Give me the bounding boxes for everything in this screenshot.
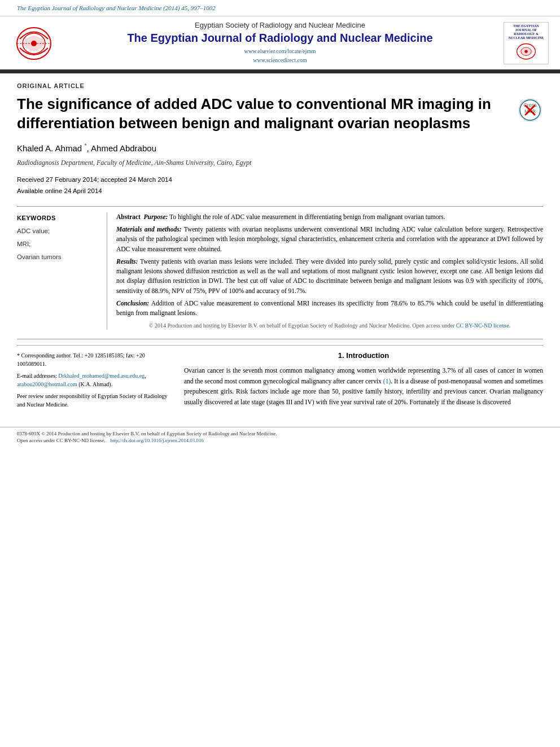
crossmark-badge[interactable]: Cross Mark xyxy=(518,98,543,123)
email2-link[interactable]: arabou2000@hotmail.com xyxy=(17,381,77,387)
journal-urls: www.elsevier.com/locate/ejrnm www.scienc… xyxy=(62,47,498,65)
results-label: Results: xyxy=(116,258,138,265)
journal-header: Egyptian Society of Radiology and Nuclea… xyxy=(0,16,560,71)
intro-paragraph: Ovarian cancer is the seventh most commo… xyxy=(184,365,543,407)
journal-logo-left xyxy=(11,22,56,64)
abstract-text: Abstract Purpose: To highlight the role … xyxy=(116,212,543,318)
keywords-list: ADC value; MRI; Ovarian tumors xyxy=(17,225,100,264)
email-label: E-mail addresses: xyxy=(17,373,57,379)
received-date: Received 27 February 2014; accepted 24 M… xyxy=(17,176,172,183)
footer-issn: 0378-603X © 2014 Production and hosting … xyxy=(17,431,543,436)
keyword-2: MRI; xyxy=(17,238,100,251)
svg-point-5 xyxy=(524,50,527,53)
affiliation: Radiodiagnosis Department, Faculty of Me… xyxy=(17,159,543,167)
conclusion-text: Addition of ADC value measurement to con… xyxy=(116,300,543,316)
corresponding-text: * Corresponding author. Tel.: +20 128518… xyxy=(17,352,145,367)
abstract-column: Abstract Purpose: To highlight the role … xyxy=(107,212,543,330)
logo-right-title: THE EGYPTIAN JOURNAL OF RADIOLOGY & NUCL… xyxy=(506,24,546,41)
article-dates: Received 27 February 2014; accepted 24 M… xyxy=(17,174,543,197)
abstract-divider-top xyxy=(17,206,543,207)
footnote-corresponding: * Corresponding author. Tel.: +20 128518… xyxy=(17,351,168,368)
keywords-abstract-section: KEYWORDS ADC value; MRI; Ovarian tumors … xyxy=(17,212,543,330)
ref-1-link[interactable]: (1) xyxy=(383,378,391,385)
keywords-column: KEYWORDS ADC value; MRI; Ovarian tumors xyxy=(17,212,107,330)
society-name: Egyptian Society of Radiology and Nuclea… xyxy=(62,21,498,29)
journal-title-center: Egyptian Society of Radiology and Nuclea… xyxy=(62,21,498,65)
footnote-email: E-mail addresses: Drkhaled_mohamed@med.a… xyxy=(17,372,168,388)
article-title-row: The significance of added ADC value to c… xyxy=(17,95,543,133)
abstract-divider-bottom xyxy=(17,339,543,339)
intro-title: Introduction xyxy=(346,351,389,360)
top-link-bar: The Egyptian Journal of Radiology and Nu… xyxy=(0,0,560,16)
journal-logo-right: THE EGYPTIAN JOURNAL OF RADIOLOGY & NUCL… xyxy=(504,22,549,64)
footer-license: Open access under CC BY-NC-ND license. xyxy=(17,438,105,443)
intro-section-title: 1. Introduction xyxy=(184,351,543,360)
sciencedirect-url[interactable]: www.sciencedirect.com xyxy=(253,57,307,63)
email1-link[interactable]: Drkhaled_mohamed@med.asu.edu.eg xyxy=(58,373,145,379)
email-suffix: (K.A. Ahmad). xyxy=(78,381,112,387)
purpose-text: To highlight the role of ADC value measu… xyxy=(169,213,445,220)
abstract-license: © 2014 Production and hosting by Elsevie… xyxy=(116,321,543,330)
page-footer: 0378-603X © 2014 Production and hosting … xyxy=(0,427,560,447)
right-body: 1. Introduction Ovarian cancer is the se… xyxy=(175,345,543,412)
abstract-title: Abstract xyxy=(116,213,141,220)
methods-label: Materials and methods: xyxy=(116,226,182,233)
purpose-label: Purpose: xyxy=(144,213,168,220)
intro-text: Ovarian cancer is the seventh most commo… xyxy=(184,367,543,405)
article-type: ORIGINAL ARTICLE xyxy=(17,82,543,89)
footer-license-doi: Open access under CC BY-NC-ND license. h… xyxy=(17,438,543,443)
license-text: © 2014 Production and hosting by Elsevie… xyxy=(149,322,454,329)
journal-main-title: The Egyptian Journal of Radiology and Nu… xyxy=(62,32,498,45)
intro-number: 1. xyxy=(338,351,344,360)
journal-citation-link[interactable]: The Egyptian Journal of Radiology and Nu… xyxy=(17,5,216,11)
article-content: ORIGINAL ARTICLE The significance of add… xyxy=(0,73,560,421)
conclusion-label: Conclusion: xyxy=(116,300,149,307)
main-content: * Corresponding author. Tel.: +20 128518… xyxy=(17,345,543,412)
available-date: Available online 24 April 2014 xyxy=(17,187,102,194)
footnote-peer-review: Peer review under responsibility of Egyp… xyxy=(17,392,168,409)
article-title: The significance of added ADC value to c… xyxy=(17,95,512,133)
elsevier-url[interactable]: www.elsevier.com/locate/ejrnm xyxy=(244,48,316,54)
keyword-1: ADC value; xyxy=(17,225,100,238)
keyword-3: Ovarian tumors xyxy=(17,251,100,264)
left-footnotes: * Corresponding author. Tel.: +20 128518… xyxy=(17,345,175,412)
keywords-label: KEYWORDS xyxy=(17,215,100,221)
footer-doi-link[interactable]: http://dx.doi.org/10.1016/j.ejrnm.2014.0… xyxy=(110,438,204,443)
results-text: Twenty patients with ovarian mass lesion… xyxy=(116,258,543,294)
authors: Khaled A. Ahmad *, Ahmed Abdrabou xyxy=(17,142,543,153)
license-link[interactable]: CC BY-NC-ND license xyxy=(456,322,509,329)
